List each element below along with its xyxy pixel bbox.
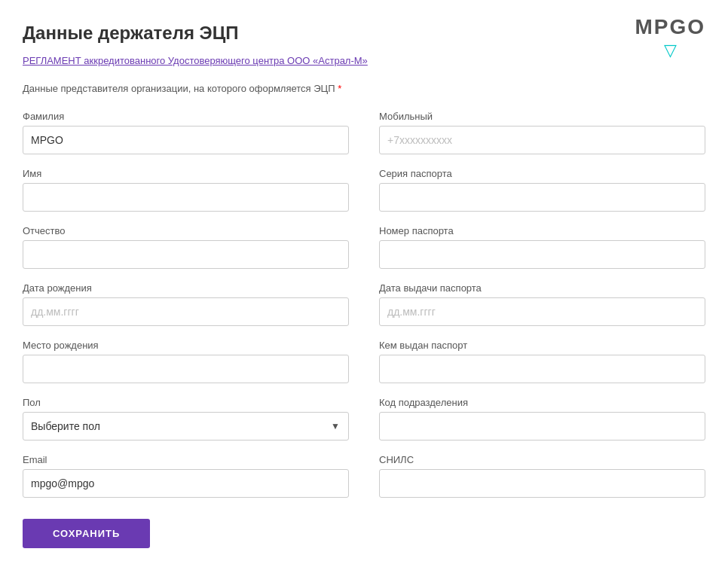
snils-input[interactable] [379,469,705,498]
form: Фамилия Мобильный Имя Серия паспорта Отч… [23,111,705,511]
passport-number-group: Номер паспорта [379,225,705,269]
passport-number-input[interactable] [379,240,705,269]
birthdate-input[interactable] [23,297,349,326]
gender-label: Пол [23,397,349,408]
surname-group: Фамилия [23,111,349,154]
gender-group: Пол Выберите пол Мужской Женский ▼ [23,397,349,441]
mobile-label: Мобильный [379,111,705,122]
section-description: Данные представителя организации, на кот… [23,83,705,94]
subdivision-code-input[interactable] [379,412,705,441]
passport-series-group: Серия паспорта [379,168,705,212]
logo: MPGO ▽ [635,15,705,60]
patronymic-group: Отчество [23,225,349,269]
logo-icon: ▽ [635,41,705,60]
birthplace-label: Место рождения [23,340,349,351]
name-group: Имя [23,168,349,212]
save-button[interactable]: СОХРАНИТЬ [23,519,150,548]
passport-series-input[interactable] [379,183,705,212]
gender-select-wrapper: Выберите пол Мужской Женский ▼ [23,412,349,441]
passport-number-label: Номер паспорта [379,225,705,236]
mobile-group: Мобильный [379,111,705,154]
gender-select[interactable]: Выберите пол Мужской Женский [23,412,349,441]
surname-input[interactable] [23,126,349,154]
subdivision-code-group: Код подразделения [379,397,705,441]
passport-issued-by-input[interactable] [379,355,705,383]
birthplace-group: Место рождения [23,340,349,383]
birthdate-label: Дата рождения [23,282,349,294]
passport-issue-date-group: Дата выдачи паспорта [379,282,705,326]
passport-issue-date-input[interactable] [379,297,705,326]
patronymic-label: Отчество [23,225,349,236]
passport-series-label: Серия паспорта [379,168,705,179]
subdivision-code-label: Код подразделения [379,397,705,408]
passport-issued-by-label: Кем выдан паспорт [379,340,705,351]
regulation-link[interactable]: РЕГЛАМЕНТ аккредитованного Удостоверяюще… [23,55,368,66]
passport-issue-date-label: Дата выдачи паспорта [379,282,705,294]
name-label: Имя [23,168,349,179]
logo-text: MPGO [635,15,705,39]
snils-group: СНИЛС [379,454,705,498]
snils-label: СНИЛС [379,454,705,465]
name-input[interactable] [23,183,349,212]
email-group: Email [23,454,349,498]
birthdate-group: Дата рождения [23,282,349,326]
surname-label: Фамилия [23,111,349,122]
page-title: Данные держателя ЭЦП [23,23,705,44]
mobile-input[interactable] [379,126,705,154]
email-label: Email [23,454,349,465]
birthplace-input[interactable] [23,355,349,383]
passport-issued-by-group: Кем выдан паспорт [379,340,705,383]
patronymic-input[interactable] [23,240,349,269]
email-input[interactable] [23,469,349,498]
